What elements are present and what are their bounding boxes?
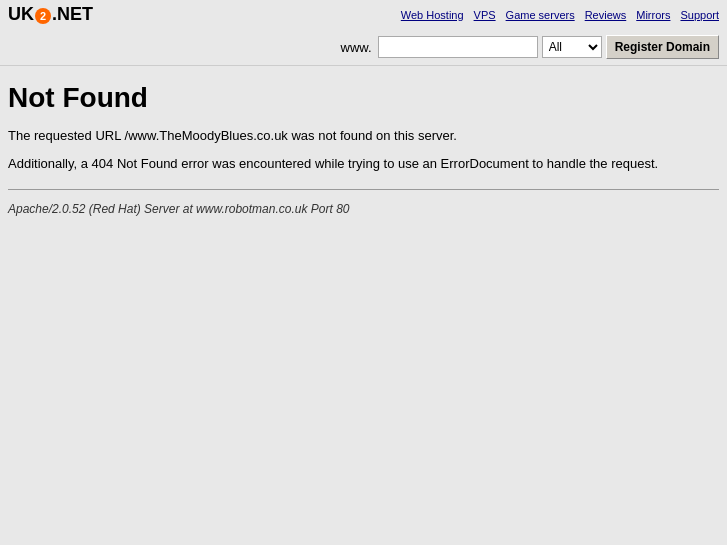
register-domain-button[interactable]: Register Domain (606, 35, 719, 59)
search-bar: www. All .co.uk .com .net .org Register … (0, 29, 727, 66)
nav-links: Web Hosting VPS Game servers Reviews Mir… (401, 9, 719, 21)
logo-number: 2 (35, 8, 51, 24)
domain-input[interactable] (378, 36, 538, 58)
page-title: Not Found (8, 82, 719, 114)
server-info: Apache/2.0.52 (Red Hat) Server at www.ro… (8, 202, 719, 216)
header: UK2.NET Web Hosting VPS Game servers Rev… (0, 0, 727, 29)
nav-web-hosting[interactable]: Web Hosting (401, 9, 464, 21)
logo[interactable]: UK2.NET (8, 4, 93, 25)
divider (8, 189, 719, 190)
nav-reviews[interactable]: Reviews (585, 9, 627, 21)
nav-vps[interactable]: VPS (474, 9, 496, 21)
tld-select[interactable]: All .co.uk .com .net .org (542, 36, 602, 58)
logo-uk: UK (8, 4, 34, 24)
error-message: The requested URL /www.TheMoodyBlues.co.… (8, 126, 719, 146)
main-content: Not Found The requested URL /www.TheMood… (0, 66, 727, 232)
nav-mirrors[interactable]: Mirrors (636, 9, 670, 21)
www-label: www. (341, 40, 372, 55)
logo-net: .NET (52, 4, 93, 24)
nav-support[interactable]: Support (680, 9, 719, 21)
nav-game-servers[interactable]: Game servers (506, 9, 575, 21)
error-additional-message: Additionally, a 404 Not Found error was … (8, 154, 719, 174)
